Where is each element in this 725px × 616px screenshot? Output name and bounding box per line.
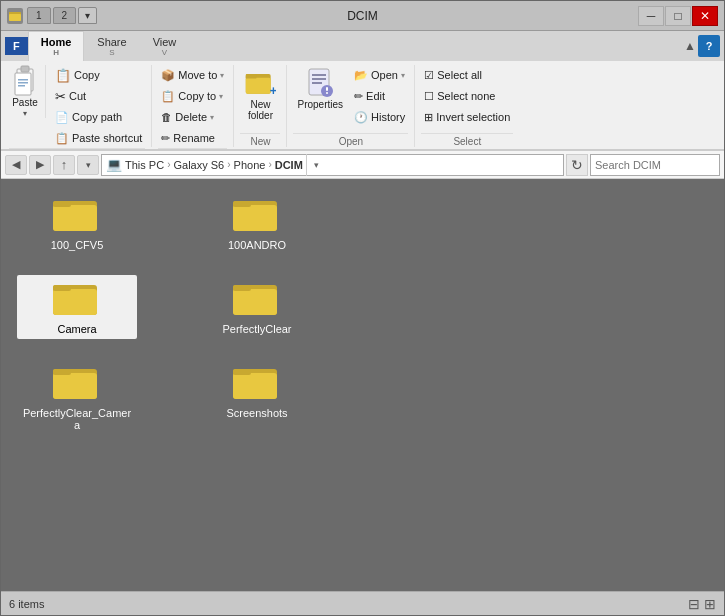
ribbon: F Home H Share S View V ▲ ? bbox=[1, 31, 724, 151]
copy-button[interactable]: 📋 Copy bbox=[52, 65, 145, 85]
address-dropdown[interactable]: ▾ bbox=[306, 154, 326, 176]
svg-rect-33 bbox=[53, 373, 97, 399]
close-button[interactable]: ✕ bbox=[692, 6, 718, 26]
open-group-items: Properties 📂 Open ▾ ✏ Edit � bbox=[293, 65, 408, 133]
tab-view[interactable]: View V bbox=[140, 31, 190, 61]
open-arrow: ▾ bbox=[401, 71, 405, 80]
folder-perfectly-clear-camera-icon bbox=[53, 363, 101, 403]
svg-rect-2 bbox=[9, 12, 14, 14]
list-view-button[interactable]: ⊟ bbox=[688, 596, 700, 612]
grid-view-button[interactable]: ⊞ bbox=[704, 596, 716, 612]
open-group: Properties 📂 Open ▾ ✏ Edit � bbox=[289, 65, 415, 147]
view-icons: ⊟ ⊞ bbox=[688, 596, 716, 612]
select-none-button[interactable]: ☐ Select none bbox=[421, 86, 513, 106]
search-input[interactable] bbox=[595, 159, 725, 171]
select-all-button[interactable]: ☑ Select all bbox=[421, 65, 513, 85]
tab-home[interactable]: Home H bbox=[28, 31, 85, 61]
cut-button[interactable]: ✂ Cut bbox=[52, 86, 145, 106]
tab-share[interactable]: Share S bbox=[84, 31, 139, 61]
svg-rect-34 bbox=[53, 369, 71, 375]
title-bar-tabs: 1 2 ▾ bbox=[27, 7, 97, 24]
breadcrumb-dcim[interactable]: DCIM bbox=[275, 159, 303, 171]
svg-rect-27 bbox=[53, 289, 97, 315]
svg-rect-14 bbox=[312, 74, 326, 76]
file-area: 100_CFV5 100ANDRO Camera bbox=[1, 179, 724, 591]
organize-group-items: 📦 Move to ▾ 📋 Copy to ▾ 🗑 Delete bbox=[158, 65, 227, 148]
maximize-button[interactable]: □ bbox=[665, 6, 691, 26]
title-tab-active[interactable]: ▾ bbox=[78, 7, 97, 24]
select-none-icon: ☐ bbox=[424, 90, 434, 103]
select-col: ☑ Select all ☐ Select none ⊞ Invert sele… bbox=[421, 65, 513, 127]
main-window: 1 2 ▾ DCIM ─ □ ✕ F Home H Share S View bbox=[0, 0, 725, 616]
folder-perfectly-clear[interactable]: PerfectlyClear bbox=[197, 275, 317, 339]
up-button[interactable]: ↑ bbox=[53, 155, 75, 175]
window-body: 100_CFV5 100ANDRO Camera bbox=[1, 179, 724, 615]
forward-button[interactable]: ▶ bbox=[29, 155, 51, 175]
svg-rect-1 bbox=[9, 14, 21, 21]
copy-path-button[interactable]: 📄 Copy path bbox=[52, 107, 145, 127]
rename-button[interactable]: ✏ Rename bbox=[158, 128, 227, 148]
folder-perfectly-clear-camera[interactable]: PerfectlyClear_Camera bbox=[17, 359, 137, 435]
select-label: Select bbox=[421, 133, 513, 147]
properties-button[interactable]: Properties bbox=[293, 65, 347, 112]
svg-rect-15 bbox=[312, 78, 326, 80]
delete-button[interactable]: 🗑 Delete ▾ bbox=[158, 107, 227, 127]
svg-rect-16 bbox=[312, 82, 322, 84]
file-row-3: PerfectlyClear_Camera Screenshots bbox=[17, 359, 708, 435]
address-bar: ◀ ▶ ↑ ▾ 💻 This PC › Galaxy S6 › Phone › … bbox=[1, 151, 724, 179]
title-tab-2[interactable]: 2 bbox=[53, 7, 77, 24]
title-tab-1[interactable]: 1 bbox=[27, 7, 51, 24]
folder-100andro-label: 100ANDRO bbox=[228, 239, 286, 251]
move-to-arrow: ▾ bbox=[220, 71, 224, 80]
paste-shortcut-button[interactable]: 📋 Paste shortcut bbox=[52, 128, 145, 148]
rename-icon: ✏ bbox=[161, 132, 170, 145]
ribbon-file-button[interactable]: F bbox=[5, 37, 28, 55]
folder-perfectly-clear-camera-label: PerfectlyClear_Camera bbox=[22, 407, 132, 431]
svg-rect-21 bbox=[53, 205, 97, 231]
paste-label: Paste bbox=[12, 97, 38, 108]
clipboard-group-items: Paste ▾ 📋 Copy ✂ Cut bbox=[9, 65, 145, 148]
folder-perfectly-clear-icon bbox=[233, 279, 281, 319]
breadcrumb-sep-2: › bbox=[227, 159, 230, 170]
open-button[interactable]: 📂 Open ▾ bbox=[351, 65, 408, 85]
organize-group: 📦 Move to ▾ 📋 Copy to ▾ 🗑 Delete bbox=[154, 65, 234, 147]
copy-cut-group: 📋 Copy ✂ Cut 📄 Copy path 📋 bbox=[52, 65, 145, 148]
select-group: ☑ Select all ☐ Select none ⊞ Invert sele… bbox=[417, 65, 519, 147]
organize-col: 📦 Move to ▾ 📋 Copy to ▾ 🗑 Delete bbox=[158, 65, 227, 148]
minimize-button[interactable]: ─ bbox=[638, 6, 664, 26]
svg-rect-8 bbox=[18, 85, 25, 87]
folder-100andro[interactable]: 100ANDRO bbox=[197, 191, 317, 255]
svg-text:+: + bbox=[270, 84, 276, 98]
svg-rect-6 bbox=[18, 79, 28, 81]
title-bar-left: 1 2 ▾ bbox=[7, 7, 97, 24]
folder-screenshots[interactable]: Screenshots bbox=[197, 359, 317, 435]
svg-rect-5 bbox=[15, 73, 31, 95]
paste-button[interactable]: Paste ▾ bbox=[9, 65, 46, 118]
breadcrumb-galaxy[interactable]: Galaxy S6 bbox=[173, 159, 224, 171]
ribbon-content: Paste ▾ 📋 Copy ✂ Cut bbox=[1, 61, 724, 149]
svg-rect-30 bbox=[233, 289, 277, 315]
new-folder-button[interactable]: + Newfolder bbox=[240, 65, 280, 123]
edit-button[interactable]: ✏ Edit bbox=[351, 86, 408, 106]
invert-selection-button[interactable]: ⊞ Invert selection bbox=[421, 107, 513, 127]
svg-rect-18 bbox=[326, 87, 328, 91]
ribbon-collapse-button[interactable]: ▲ bbox=[684, 39, 696, 53]
folder-100cfv5[interactable]: 100_CFV5 bbox=[17, 191, 137, 255]
back-button[interactable]: ◀ bbox=[5, 155, 27, 175]
breadcrumb-phone[interactable]: Phone bbox=[234, 159, 266, 171]
breadcrumb-this-pc[interactable]: This PC bbox=[125, 159, 164, 171]
help-button[interactable]: ? bbox=[698, 35, 720, 57]
history-button[interactable]: 🕐 History bbox=[351, 107, 408, 127]
recent-button[interactable]: ▾ bbox=[77, 155, 99, 175]
new-group-items: + Newfolder bbox=[240, 65, 280, 133]
refresh-button[interactable]: ↻ bbox=[566, 154, 588, 176]
copy-to-button[interactable]: 📋 Copy to ▾ bbox=[158, 86, 227, 106]
search-box: 🔍 bbox=[590, 154, 720, 176]
paste-dropdown-icon[interactable]: ▾ bbox=[23, 109, 27, 118]
move-to-button[interactable]: 📦 Move to ▾ bbox=[158, 65, 227, 85]
folder-camera[interactable]: Camera bbox=[17, 275, 137, 339]
ribbon-tab-bar: F Home H Share S View V ▲ ? bbox=[1, 31, 724, 61]
status-bar: 6 items ⊟ ⊞ bbox=[1, 591, 724, 615]
open-label: Open bbox=[293, 133, 408, 147]
app-icon bbox=[7, 8, 23, 24]
